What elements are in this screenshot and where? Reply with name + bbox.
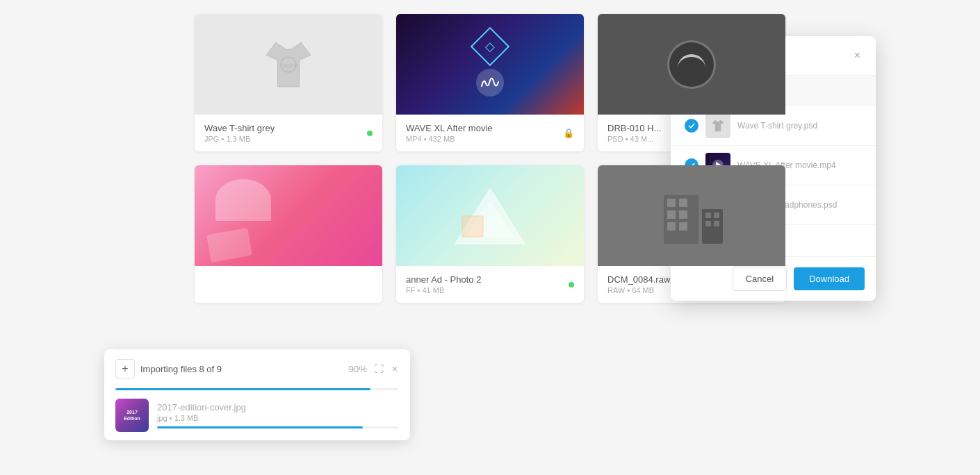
import-header: + Importing files 8 of 9 90% ⛶ ×	[104, 349, 410, 388]
import-percent: 90%	[349, 364, 367, 374]
card-meta-pink	[204, 286, 207, 294]
import-title: Importing files 8 of 9	[140, 364, 343, 374]
card-movie[interactable]: ◇ WAVE XL After movie MP4 • 432 MB 🔒	[396, 14, 584, 151]
svg-rect-6	[667, 199, 676, 207]
import-file-progress-fill	[157, 426, 363, 428]
card-meta-movie: MP4 • 432 MB	[406, 135, 493, 143]
card-pink[interactable]	[195, 165, 382, 303]
file-thumb-tshirt	[705, 113, 730, 138]
download-button[interactable]: Download	[794, 267, 865, 290]
svg-rect-13	[705, 212, 711, 218]
status-dot-tshirt	[367, 131, 373, 136]
card-thumb-concert: ◇	[396, 14, 584, 115]
svg-rect-7	[679, 199, 687, 207]
card-meta-banner: FF • 41 MB	[406, 286, 481, 294]
file-name-tshirt-psd: Wave T-shirt grey.psd	[737, 121, 862, 131]
svg-rect-14	[714, 212, 719, 218]
card-thumb-pink	[195, 165, 382, 266]
svg-rect-12	[702, 209, 723, 244]
card-info-movie: WAVE XL After movie MP4 • 432 MB 🔒	[396, 115, 584, 151]
card-title-headphones: DRB-010 H...	[607, 123, 661, 133]
card-info-tshirt: Wave T-shirt grey JPG • 1.3 MB	[195, 115, 382, 151]
import-expand-button[interactable]: ⛶	[373, 362, 385, 376]
svg-rect-9	[679, 210, 687, 219]
card-thumb-headphones	[598, 14, 785, 115]
svg-rect-16	[714, 221, 719, 226]
lock-icon-movie: 🔒	[563, 128, 574, 138]
card-banner[interactable]: anner Ad - Photo 2 FF • 41 MB	[396, 165, 584, 303]
import-file-info: 2017-edition-cover.jpg jpg • 1.3 MB	[157, 402, 399, 428]
import-panel: + Importing files 8 of 9 90% ⛶ × 2017Edi…	[104, 349, 410, 440]
import-file-row: 2017Edition 2017-edition-cover.jpg jpg •…	[104, 390, 410, 440]
import-file-name: 2017-edition-cover.jpg	[157, 402, 399, 412]
import-icons: ⛶ ×	[373, 362, 399, 376]
cancel-button[interactable]: Cancel	[733, 267, 787, 291]
import-file-progress-bar	[157, 426, 399, 428]
card-tshirt[interactable]: WAVE Wave T-shirt grey JPG • 1.3 MB	[195, 14, 382, 151]
svg-rect-8	[667, 210, 676, 219]
svg-text:WAVE: WAVE	[284, 62, 298, 68]
import-file-meta: jpg • 1.3 MB	[157, 414, 399, 422]
file-checkbox-tshirt-psd[interactable]	[685, 119, 699, 133]
close-button[interactable]: ×	[853, 49, 862, 62]
card-title-pink	[204, 274, 207, 285]
card-thumb-tshirt: WAVE	[195, 14, 382, 115]
svg-rect-4	[462, 216, 483, 237]
status-dot-banner	[569, 282, 574, 288]
card-thumb-building	[598, 165, 785, 266]
card-title-raw: DCM_0084.raw	[607, 274, 670, 285]
svg-rect-15	[705, 221, 711, 226]
card-meta-tshirt: JPG • 1.3 MB	[204, 135, 275, 143]
card-title-banner: anner Ad - Photo 2	[406, 274, 481, 285]
svg-rect-11	[679, 222, 687, 231]
card-title-tshirt: Wave T-shirt grey	[204, 123, 275, 133]
import-add-button[interactable]: +	[115, 359, 135, 378]
card-thumb-geo	[396, 165, 584, 266]
card-info-banner: anner Ad - Photo 2 FF • 41 MB	[396, 266, 584, 303]
card-meta-raw: RAW • 64 MB	[607, 286, 670, 294]
import-file-thumb: 2017Edition	[115, 399, 149, 432]
svg-rect-10	[667, 222, 676, 231]
card-info-pink	[195, 266, 382, 303]
card-title-movie: WAVE XL After movie	[406, 123, 493, 133]
card-meta-headphones: PSD • 43 M...	[607, 135, 661, 143]
import-close-button[interactable]: ×	[391, 362, 399, 376]
